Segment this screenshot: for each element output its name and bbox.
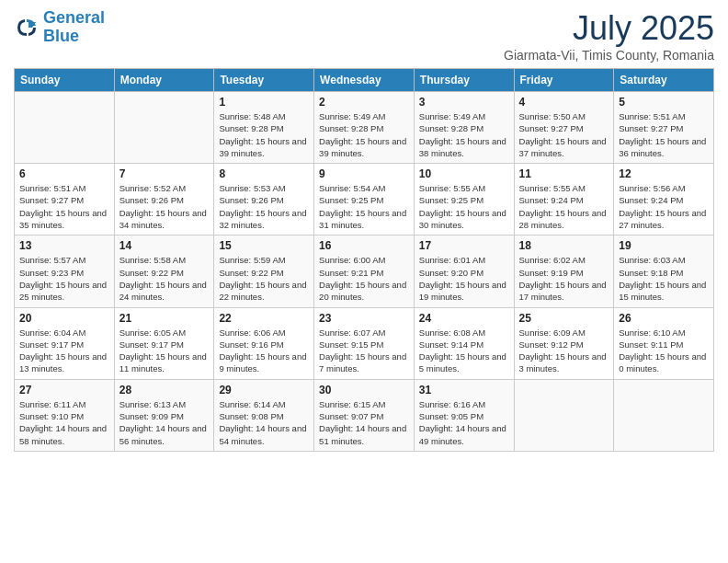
day-number: 11 <box>519 167 609 180</box>
day-number: 27 <box>19 384 109 396</box>
day-number: 15 <box>219 239 309 252</box>
logo-text: General Blue <box>43 9 105 46</box>
calendar-cell: 26Sunrise: 6:10 AM Sunset: 9:11 PM Dayli… <box>614 307 714 379</box>
day-info: Sunrise: 5:57 AM Sunset: 9:23 PM Dayligh… <box>19 254 109 303</box>
day-number: 24 <box>419 312 509 325</box>
day-info: Sunrise: 6:11 AM Sunset: 9:10 PM Dayligh… <box>19 398 109 447</box>
day-info: Sunrise: 6:14 AM Sunset: 9:08 PM Dayligh… <box>219 398 309 447</box>
calendar-cell: 30Sunrise: 6:15 AM Sunset: 9:07 PM Dayli… <box>314 379 415 451</box>
day-number: 19 <box>619 239 709 252</box>
weekday-header-friday: Friday <box>514 69 614 92</box>
day-number: 8 <box>219 167 309 180</box>
day-number: 31 <box>419 384 509 396</box>
day-number: 10 <box>419 167 509 180</box>
day-info: Sunrise: 5:51 AM Sunset: 9:27 PM Dayligh… <box>619 110 709 159</box>
calendar-cell: 21Sunrise: 6:05 AM Sunset: 9:17 PM Dayli… <box>114 307 214 379</box>
logo: General Blue <box>14 9 105 46</box>
calendar-cell: 16Sunrise: 6:00 AM Sunset: 9:21 PM Dayli… <box>314 236 415 307</box>
day-number: 20 <box>19 312 109 325</box>
day-number: 28 <box>119 384 210 396</box>
day-info: Sunrise: 6:15 AM Sunset: 9:07 PM Dayligh… <box>319 398 409 447</box>
weekday-header-wednesday: Wednesday <box>314 69 415 92</box>
day-number: 6 <box>19 167 109 180</box>
calendar-cell: 28Sunrise: 6:13 AM Sunset: 9:09 PM Dayli… <box>114 379 214 451</box>
calendar-cell: 9Sunrise: 5:54 AM Sunset: 9:25 PM Daylig… <box>314 164 415 236</box>
calendar-cell: 23Sunrise: 6:07 AM Sunset: 9:15 PM Dayli… <box>314 307 415 379</box>
day-number: 12 <box>619 167 709 180</box>
day-info: Sunrise: 6:08 AM Sunset: 9:14 PM Dayligh… <box>419 327 509 375</box>
day-number: 14 <box>119 239 210 252</box>
calendar-cell: 11Sunrise: 5:55 AM Sunset: 9:24 PM Dayli… <box>514 164 614 236</box>
weekday-header-sunday: Sunday <box>15 69 115 92</box>
calendar-cell: 5Sunrise: 5:51 AM Sunset: 9:27 PM Daylig… <box>614 92 714 164</box>
calendar-cell: 10Sunrise: 5:55 AM Sunset: 9:25 PM Dayli… <box>414 164 514 236</box>
day-number: 26 <box>619 312 709 325</box>
weekday-header-tuesday: Tuesday <box>214 69 314 92</box>
calendar-cell: 18Sunrise: 6:02 AM Sunset: 9:19 PM Dayli… <box>514 236 614 307</box>
day-info: Sunrise: 5:48 AM Sunset: 9:28 PM Dayligh… <box>219 110 309 159</box>
day-info: Sunrise: 5:56 AM Sunset: 9:24 PM Dayligh… <box>619 182 709 231</box>
day-number: 23 <box>319 312 409 325</box>
day-info: Sunrise: 5:52 AM Sunset: 9:26 PM Dayligh… <box>119 182 210 231</box>
weekday-header-monday: Monday <box>114 69 214 92</box>
calendar-cell: 4Sunrise: 5:50 AM Sunset: 9:27 PM Daylig… <box>514 92 614 164</box>
day-number: 18 <box>519 239 609 252</box>
day-info: Sunrise: 6:13 AM Sunset: 9:09 PM Dayligh… <box>119 398 210 447</box>
calendar-cell: 12Sunrise: 5:56 AM Sunset: 9:24 PM Dayli… <box>614 164 714 236</box>
day-number: 30 <box>319 384 409 396</box>
day-info: Sunrise: 6:16 AM Sunset: 9:05 PM Dayligh… <box>419 398 509 447</box>
calendar-cell: 14Sunrise: 5:58 AM Sunset: 9:22 PM Dayli… <box>114 236 214 307</box>
day-number: 1 <box>219 96 309 109</box>
day-number: 21 <box>119 312 210 325</box>
day-info: Sunrise: 6:02 AM Sunset: 9:19 PM Dayligh… <box>519 254 609 303</box>
calendar-cell: 7Sunrise: 5:52 AM Sunset: 9:26 PM Daylig… <box>114 164 214 236</box>
day-number: 17 <box>419 239 509 252</box>
day-number: 22 <box>219 312 309 325</box>
calendar-cell: 8Sunrise: 5:53 AM Sunset: 9:26 PM Daylig… <box>214 164 314 236</box>
weekday-header-saturday: Saturday <box>614 69 714 92</box>
calendar-cell: 20Sunrise: 6:04 AM Sunset: 9:17 PM Dayli… <box>15 307 115 379</box>
day-number: 2 <box>319 96 409 109</box>
day-number: 5 <box>619 96 709 109</box>
calendar-cell: 31Sunrise: 6:16 AM Sunset: 9:05 PM Dayli… <box>414 379 514 451</box>
day-number: 25 <box>519 312 609 325</box>
day-number: 7 <box>119 167 210 180</box>
day-info: Sunrise: 5:49 AM Sunset: 9:28 PM Dayligh… <box>319 110 409 159</box>
calendar-cell <box>15 92 115 164</box>
day-info: Sunrise: 6:04 AM Sunset: 9:17 PM Dayligh… <box>19 327 109 375</box>
weekday-header-thursday: Thursday <box>414 69 514 92</box>
day-info: Sunrise: 5:55 AM Sunset: 9:24 PM Dayligh… <box>519 182 609 231</box>
day-info: Sunrise: 5:54 AM Sunset: 9:25 PM Dayligh… <box>319 182 409 231</box>
day-info: Sunrise: 6:05 AM Sunset: 9:17 PM Dayligh… <box>119 327 210 375</box>
day-info: Sunrise: 6:10 AM Sunset: 9:11 PM Dayligh… <box>619 327 709 375</box>
day-info: Sunrise: 6:01 AM Sunset: 9:20 PM Dayligh… <box>419 254 509 303</box>
calendar-cell: 1Sunrise: 5:48 AM Sunset: 9:28 PM Daylig… <box>214 92 314 164</box>
day-info: Sunrise: 5:55 AM Sunset: 9:25 PM Dayligh… <box>419 182 509 231</box>
day-info: Sunrise: 6:07 AM Sunset: 9:15 PM Dayligh… <box>319 327 409 375</box>
day-number: 29 <box>219 384 309 396</box>
calendar-cell: 22Sunrise: 6:06 AM Sunset: 9:16 PM Dayli… <box>214 307 314 379</box>
day-number: 16 <box>319 239 409 252</box>
calendar-cell: 13Sunrise: 5:57 AM Sunset: 9:23 PM Dayli… <box>15 236 115 307</box>
calendar-cell: 17Sunrise: 6:01 AM Sunset: 9:20 PM Dayli… <box>414 236 514 307</box>
day-info: Sunrise: 5:58 AM Sunset: 9:22 PM Dayligh… <box>119 254 210 303</box>
day-info: Sunrise: 5:53 AM Sunset: 9:26 PM Dayligh… <box>219 182 309 231</box>
calendar-cell: 25Sunrise: 6:09 AM Sunset: 9:12 PM Dayli… <box>514 307 614 379</box>
month-title: July 2025 <box>504 9 714 48</box>
calendar-cell: 2Sunrise: 5:49 AM Sunset: 9:28 PM Daylig… <box>314 92 415 164</box>
day-number: 9 <box>319 167 409 180</box>
calendar-cell: 15Sunrise: 5:59 AM Sunset: 9:22 PM Dayli… <box>214 236 314 307</box>
calendar-cell: 6Sunrise: 5:51 AM Sunset: 9:27 PM Daylig… <box>15 164 115 236</box>
day-info: Sunrise: 5:59 AM Sunset: 9:22 PM Dayligh… <box>219 254 309 303</box>
calendar-cell <box>614 379 714 451</box>
day-info: Sunrise: 6:00 AM Sunset: 9:21 PM Dayligh… <box>319 254 409 303</box>
calendar-cell: 29Sunrise: 6:14 AM Sunset: 9:08 PM Dayli… <box>214 379 314 451</box>
day-info: Sunrise: 6:09 AM Sunset: 9:12 PM Dayligh… <box>519 327 609 375</box>
calendar-cell: 3Sunrise: 5:49 AM Sunset: 9:28 PM Daylig… <box>414 92 514 164</box>
calendar-table: SundayMondayTuesdayWednesdayThursdayFrid… <box>14 68 714 452</box>
calendar-cell <box>514 379 614 451</box>
day-info: Sunrise: 6:06 AM Sunset: 9:16 PM Dayligh… <box>219 327 309 375</box>
day-info: Sunrise: 6:03 AM Sunset: 9:18 PM Dayligh… <box>619 254 709 303</box>
calendar-cell: 24Sunrise: 6:08 AM Sunset: 9:14 PM Dayli… <box>414 307 514 379</box>
calendar-cell <box>114 92 214 164</box>
